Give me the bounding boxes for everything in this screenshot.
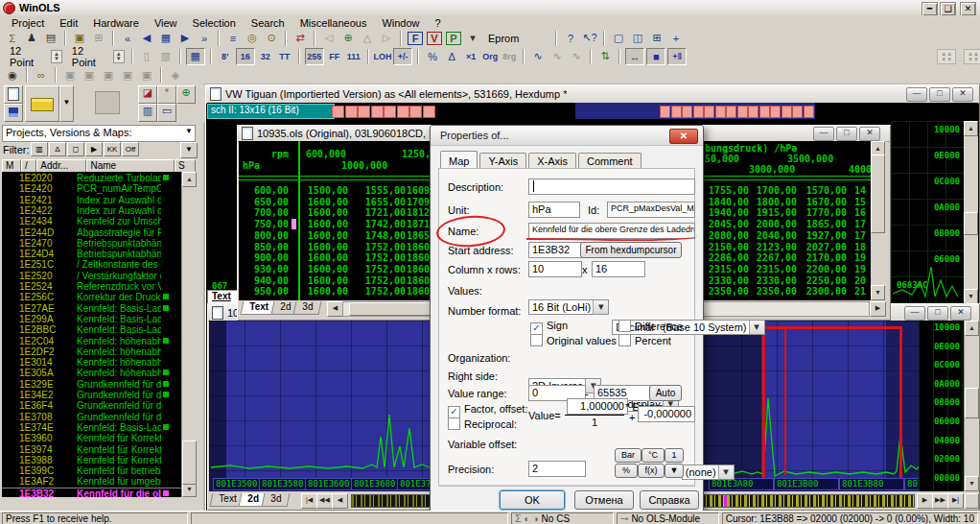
menu-hardware[interactable]: Hardware (85, 17, 147, 29)
unit-button-c[interactable]: °C (642, 448, 665, 463)
columns-input[interactable]: 10 (528, 261, 582, 277)
panel-selector[interactable]: Projects, Versions & Maps: ▼ (2, 125, 196, 142)
graph-resize-corner[interactable] (965, 493, 979, 509)
map-list-row[interactable]: 1E36F4Grundkennfeld für den Lade (2, 400, 181, 411)
bits-32-icon[interactable]: 32 (257, 49, 274, 64)
filter-button-2[interactable]: Δ (49, 142, 66, 156)
overview-block[interactable] (782, 106, 792, 118)
map-scroll-thumb[interactable] (871, 155, 885, 233)
offset-input[interactable]: -0,000000 (638, 406, 695, 422)
filter-dropdown-button[interactable]: ▼ (180, 142, 198, 158)
map-list-row[interactable]: 1E2BBCKennfeld: Basis-Ladedruck-S (2, 324, 181, 335)
bits-16-icon[interactable]: 16 (236, 48, 255, 65)
dialog-tab-yaxis[interactable]: Y-Axis (479, 153, 526, 169)
map-list-row[interactable]: 1E2421Index zur Auswahl der Luftte (2, 195, 181, 205)
map-list-row[interactable]: 1E3014Kennfeld: höhenabhängiger (2, 357, 181, 368)
binoculars-icon[interactable]: ∞ (33, 67, 50, 83)
sign-checkbox[interactable]: ✓Sign (530, 320, 568, 335)
overview-block[interactable] (423, 106, 435, 118)
list-column-addr[interactable]: Addr... (36, 159, 86, 173)
reciprocal-checkbox[interactable]: Reciprocal: (448, 417, 517, 430)
org-gray-icon[interactable]: 8rg (501, 49, 518, 64)
values-select[interactable]: 16 Bit (LoHi) (528, 299, 609, 315)
forward-icon[interactable]: ▷ (378, 31, 395, 46)
map-list-row[interactable]: 1E329EGrundkennfeld für den Lade (2, 379, 181, 390)
app-close-button[interactable]: ✕ (960, 2, 976, 16)
map-nav-forward-button[interactable]: ▶ (870, 301, 886, 317)
search-preview-icon[interactable]: ◎ (244, 31, 261, 46)
checksum-icon[interactable]: Σ (4, 31, 21, 46)
view-values-icon[interactable]: V (427, 32, 442, 45)
ruler-icon[interactable]: + (667, 31, 685, 46)
unit-button-bar[interactable]: Bar (615, 448, 642, 463)
description-input[interactable] (528, 179, 695, 195)
hexdump-vscrollbar[interactable]: ▲▼ (964, 121, 978, 304)
window-new-icon[interactable]: ▣ (71, 31, 88, 46)
map-list-row[interactable]: 1E2524Referenzdruck vor Verdichte (2, 281, 181, 292)
map-list-row[interactable]: 1E24D4Betriebspunktabhängiges Lu (2, 249, 181, 259)
filter-button-4[interactable]: ▶ (85, 142, 103, 156)
hexdump-titlebar[interactable]: VW Tiguan (Importierted Version) as <All… (206, 85, 979, 104)
snapshot-3-icon[interactable]: ▣ (100, 67, 117, 83)
overview-block[interactable] (704, 106, 714, 118)
col-wide-icon[interactable]: ▥ (157, 49, 175, 64)
menu-edit[interactable]: Edit (52, 17, 85, 29)
import-button[interactable] (88, 85, 127, 120)
overview-block[interactable] (332, 106, 344, 118)
list-column-[interactable]: / (21, 159, 36, 173)
map-list-row[interactable]: 1E256CKorrektur der Drucksollwerte (2, 292, 181, 302)
map-list-row[interactable]: 1E2422Index zur Auswahl der Motor (2, 205, 181, 216)
overview-block[interactable] (715, 106, 726, 118)
overview-block[interactable] (384, 106, 396, 118)
overview-block[interactable] (671, 106, 682, 118)
map-list-row[interactable]: 1E2420PCR_numAirTempCmpr_C (2, 183, 181, 194)
map-list-scrollbar[interactable]: ▲ ▼ (181, 172, 197, 497)
overview-block[interactable] (345, 106, 358, 118)
client-icon[interactable]: ♟ (23, 31, 40, 46)
map-list-row[interactable]: 1E27AEKennfeld: Basis-Ladedruck-S (2, 303, 181, 314)
overview-block[interactable] (804, 106, 814, 118)
map-list-row[interactable]: 1E251C/ Zeitkonstante des DT1-Gl (2, 259, 181, 270)
list-column-name[interactable]: Name (86, 159, 175, 173)
follow-icon[interactable]: +‖ (667, 48, 687, 65)
start-address-input[interactable]: 1E3B32 (528, 242, 582, 258)
map-list-row[interactable]: 1E299AKennfeld: Basis-Ladedruck-S (2, 314, 181, 324)
graph-nav-back-button[interactable]: ◀ (332, 493, 348, 509)
overview-block[interactable] (759, 106, 770, 118)
filter-button-5[interactable]: KK (104, 142, 121, 156)
overview-block[interactable] (397, 106, 409, 118)
hexdump-minimize-button[interactable]: — (906, 87, 927, 102)
menu-selection[interactable]: Selection (185, 17, 244, 29)
map-list-row[interactable]: 1E305AKennfeld: höhenabhängiger (2, 368, 181, 378)
graph-maximize-button[interactable]: □ (927, 306, 948, 321)
map-list-row[interactable]: 1E3708Grundkennfeld für den Lade (2, 412, 181, 422)
dialog-tab-map[interactable]: Map (440, 151, 478, 169)
fill-view-icon[interactable]: ■ (646, 48, 665, 65)
unit-button-fx[interactable]: f(x) (638, 464, 665, 478)
font-size-1[interactable]: 12 Point▲▼ (6, 45, 62, 68)
block-select-icon[interactable]: ◫ (629, 31, 646, 46)
auto-button[interactable]: Auto (649, 385, 682, 401)
map-list-row[interactable]: 1E2020Reduzierte Turboladerdrehz (2, 173, 181, 183)
help-icon[interactable]: ? (562, 31, 579, 46)
context-help-icon[interactable]: ↖? (581, 31, 598, 46)
ok-button[interactable]: OK (500, 490, 565, 510)
save-button[interactable] (4, 104, 23, 122)
graph-nav-fastforward-button[interactable]: ▶▶ (932, 493, 948, 509)
dec-255-icon[interactable]: 255 (305, 48, 324, 65)
print-icon[interactable]: ▤ (42, 31, 59, 46)
graph-overview-strip-right[interactable] (700, 494, 915, 508)
overview-block[interactable] (371, 106, 384, 118)
hexdump-overview-bar[interactable]: sch II: 13x16 (16 Bit) (207, 103, 978, 119)
overview-block[interactable] (409, 106, 422, 118)
map-list-icon[interactable]: ≡ (224, 31, 242, 46)
sync-icon[interactable]: ⇅ (596, 49, 614, 64)
variable-offset-select[interactable]: (none) (682, 464, 735, 480)
unit-button-1[interactable]: 1 (665, 448, 684, 463)
map-cursor[interactable] (292, 219, 296, 229)
overview-block[interactable] (726, 106, 736, 118)
hexdump-scroll-thumb[interactable] (964, 212, 978, 235)
map-close-button[interactable]: ✕ (859, 127, 880, 141)
new-file-button[interactable] (4, 85, 23, 104)
graph-nav-fastback-button[interactable]: ◀◀ (316, 493, 333, 509)
